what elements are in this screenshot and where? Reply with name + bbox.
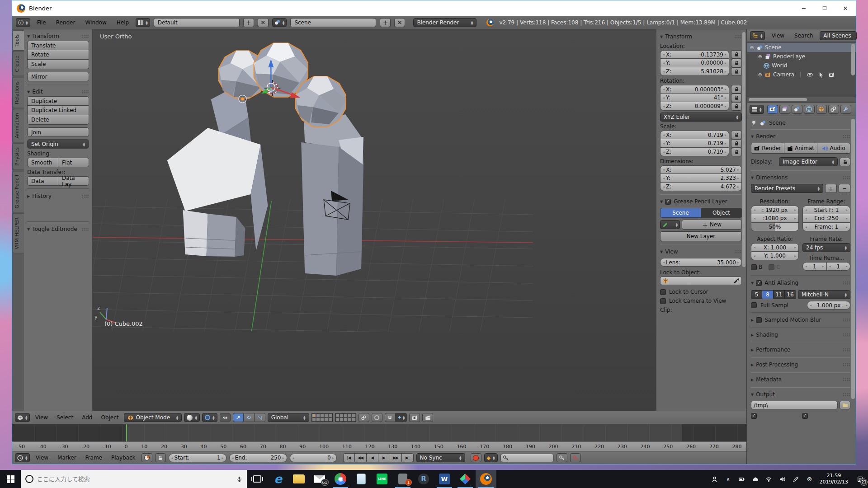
render-animation-button[interactable]: Animat: [784, 143, 817, 154]
preset-remove-button[interactable]: −: [839, 184, 850, 193]
gp-new-button[interactable]: ＋New: [682, 220, 742, 230]
maximize-button[interactable]: ☐: [814, 0, 835, 16]
outliner-filter-dropdown[interactable]: All Scenes: [820, 31, 857, 40]
scale-x-field[interactable]: ◂X:0.719▸: [660, 131, 729, 139]
scene-tab[interactable]: [792, 105, 802, 114]
preset-add-button[interactable]: ＋: [825, 184, 837, 193]
viewport-shading-dropdown[interactable]: ▲▼: [184, 413, 200, 422]
manipulator-rotate-button[interactable]: ↻: [244, 413, 255, 422]
selected-sphere-3[interactable]: [295, 76, 346, 127]
time-remap-old-field[interactable]: ◂1▸: [802, 262, 827, 271]
shading-panel-header[interactable]: ▶Shading: [751, 330, 850, 339]
end-frame-field[interactable]: ◂End:250▸: [229, 454, 287, 462]
people-icon[interactable]: [711, 475, 718, 483]
lock-icon[interactable]: [731, 67, 742, 76]
scene-name-field[interactable]: Scene: [290, 18, 376, 27]
search-input[interactable]: [37, 476, 233, 483]
lock-icon[interactable]: [731, 50, 742, 59]
action-center-icon[interactable]: 21: [856, 475, 863, 483]
metadata-panel-header[interactable]: ▶Metadata: [751, 375, 850, 384]
scale-button[interactable]: Scale: [27, 60, 89, 69]
jump-to-start-button[interactable]: |◀: [343, 453, 355, 462]
blocked-status-icon[interactable]: ⊗: [806, 475, 813, 483]
aa-samples-16[interactable]: 16: [785, 290, 796, 299]
outliner-item-camera[interactable]: ⊕ Camera |: [747, 70, 856, 79]
line-icon[interactable]: LINE: [372, 470, 392, 488]
crop-checkbox[interactable]: [769, 264, 774, 270]
blender-taskbar-icon[interactable]: [476, 470, 496, 488]
properties-vertical-scrollbar[interactable]: [851, 119, 855, 399]
expand-icon[interactable]: ⊕: [757, 54, 763, 60]
outliner-item-scene[interactable]: ⊖ Scene: [747, 43, 856, 52]
antialiasing-checkbox[interactable]: [756, 280, 762, 286]
rotation-x-field[interactable]: ◂X:0.000003°▸: [660, 85, 729, 94]
toolshelf-tab-grease-pencil[interactable]: Grease Pencil: [12, 171, 24, 212]
manipulator-translate-button[interactable]: ↗: [233, 413, 244, 422]
frame-step-field[interactable]: ◂Frame: 1▸: [802, 223, 850, 231]
mesh-object-left[interactable]: [167, 83, 268, 257]
timeline-playhead[interactable]: [126, 424, 127, 441]
scale-y-field[interactable]: ◂Y:0.719▸: [660, 139, 729, 148]
current-frame-field[interactable]: ◂0▸: [290, 454, 337, 462]
file-explorer-icon[interactable]: [288, 470, 309, 488]
constraints-tab[interactable]: [828, 105, 839, 114]
object-menu[interactable]: Object: [98, 414, 122, 421]
dimensions-z-field[interactable]: ◂Z:4.672▸: [660, 183, 742, 191]
volume-icon[interactable]: [779, 475, 786, 483]
layout-delete-button[interactable]: ✕: [258, 18, 269, 27]
outliner-item-world[interactable]: World: [747, 61, 856, 70]
battery-icon[interactable]: [738, 475, 745, 483]
panel-grip[interactable]: [734, 35, 742, 38]
timeline-marker-menu[interactable]: Marker: [54, 455, 79, 461]
gp-new-layer-button[interactable]: New Layer: [660, 231, 742, 241]
orientation-dropdown[interactable]: Global▲▼: [268, 413, 309, 422]
render-still-button[interactable]: Render: [751, 143, 784, 154]
panel-grip[interactable]: [843, 318, 850, 322]
notepad-icon[interactable]: [351, 470, 372, 488]
insert-keyframe-button[interactable]: [557, 453, 567, 462]
editor-type-properties-dropdown[interactable]: ▲▼: [750, 105, 764, 114]
shade-smooth-button[interactable]: Smooth: [27, 158, 58, 167]
taskbar-clock[interactable]: 21:59 2019/02/13: [820, 473, 848, 485]
motion-blur-panel-header[interactable]: ▶Sampled Motion Blur: [751, 315, 850, 324]
panel-grip[interactable]: [843, 378, 850, 381]
mirror-button[interactable]: Mirror: [27, 72, 89, 81]
lens-field[interactable]: ◂Lens:35.000▸: [660, 258, 742, 267]
file-extensions-checkbox[interactable]: [802, 413, 808, 419]
antialiasing-panel-header[interactable]: ▼Anti-Aliasing: [751, 278, 850, 287]
filter-size-field[interactable]: ◂1.000 px▸: [807, 301, 850, 310]
render-engine-dropdown[interactable]: Blender Render▲▼: [413, 18, 476, 27]
outliner-horizontal-scrollbar[interactable]: [747, 97, 856, 102]
history-panel-header[interactable]: ▶History: [27, 192, 89, 201]
gp-tab-scene[interactable]: Scene: [660, 208, 701, 218]
panel-grip[interactable]: [81, 227, 89, 231]
r-studio-icon[interactable]: R: [413, 470, 434, 488]
location-x-field[interactable]: ◂X:-0.13739▸: [660, 50, 729, 59]
panel-grip[interactable]: [81, 90, 89, 94]
menu-render[interactable]: Render: [53, 19, 79, 26]
mail-icon[interactable]: 61: [309, 470, 330, 488]
motion-blur-checkbox[interactable]: [756, 317, 762, 323]
timeline-ruler[interactable]: -50-40-30-20-100102030405060708090100110…: [12, 441, 746, 451]
n-panel-scrollbar[interactable]: [742, 32, 745, 267]
gp-pencil-dropdown[interactable]: ▲▼: [660, 220, 680, 229]
output-panel-header[interactable]: ▼Output: [751, 390, 850, 399]
rotation-y-field[interactable]: ◂Y:41°▸: [660, 94, 729, 102]
panel-grip[interactable]: [843, 363, 850, 366]
play-reverse-button[interactable]: ◀: [367, 453, 378, 462]
outliner-search-menu[interactable]: Search: [791, 33, 816, 39]
layout-add-button[interactable]: ＋: [243, 18, 254, 27]
view-menu[interactable]: View: [32, 414, 51, 421]
timeline-view-menu[interactable]: View: [33, 455, 52, 461]
object-tab[interactable]: [816, 105, 827, 114]
collapse-icon[interactable]: ⊖: [749, 45, 755, 51]
phone-app-icon[interactable]: 1: [392, 470, 413, 488]
menu-help[interactable]: Help: [113, 19, 132, 26]
gp-tab-object[interactable]: Object: [701, 208, 742, 218]
panel-grip[interactable]: [843, 333, 850, 337]
mode-dropdown[interactable]: Object Mode▲▼: [124, 413, 182, 422]
toolshelf-tab-vrm-helper[interactable]: VRM HELPER: [12, 213, 24, 253]
editor-type-info-dropdown[interactable]: i▲▼: [16, 18, 30, 27]
panel-grip[interactable]: [81, 194, 89, 198]
transform-panel-header[interactable]: ▼Transform: [27, 32, 89, 41]
